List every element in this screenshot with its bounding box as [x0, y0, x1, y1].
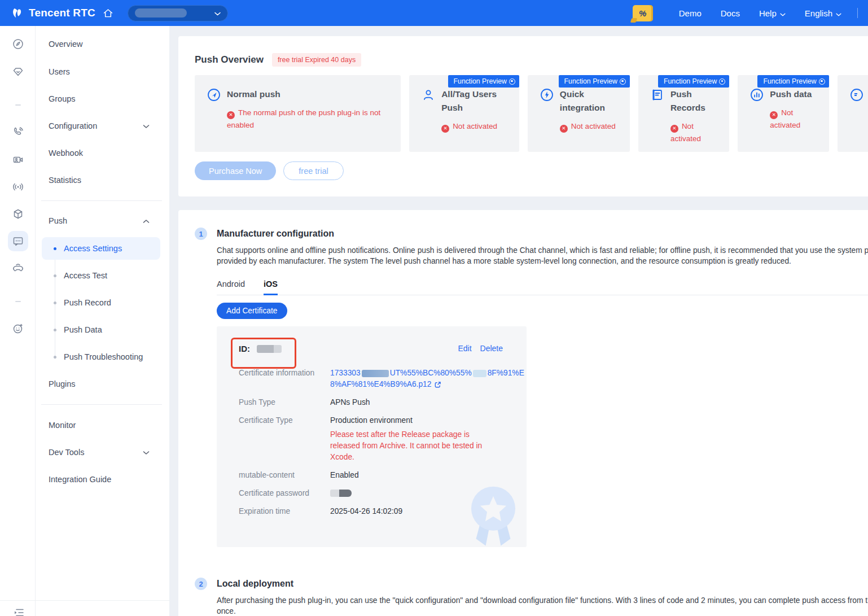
tab-android[interactable]: Android: [217, 279, 245, 295]
nav-help[interactable]: Help: [759, 8, 786, 18]
sidebar-item-statistics[interactable]: Statistics: [36, 171, 169, 189]
certificate-type-row: Certificate Type Production environment …: [239, 415, 503, 463]
rail-footer-divider: [0, 600, 169, 601]
free-trial-button[interactable]: free trial: [283, 161, 343, 180]
circle-icon: [850, 88, 863, 102]
push-type-row: Push Type APNs Push: [239, 397, 503, 408]
cube-icon[interactable]: [11, 207, 25, 221]
ribbon-label: Function Preview: [664, 77, 717, 85]
error-icon: ✕: [227, 111, 235, 119]
redacted-app-name: [135, 8, 187, 18]
sidebar-item-users[interactable]: Users: [36, 63, 169, 81]
video-call-icon[interactable]: [11, 152, 25, 167]
sidebar-item-access-settings[interactable]: Access Settings: [36, 239, 169, 257]
certificate-file-link[interactable]: 1733303 UT%55%BC%80%55% 8F%91%E 8%AF%81%…: [330, 368, 524, 390]
main-content: Push Overview free trial Expired 40 days…: [169, 26, 868, 616]
certificate-medal-watermark: [459, 478, 528, 547]
bullet-icon: [54, 302, 56, 304]
feature-card-partial: [838, 75, 868, 152]
home-icon[interactable]: [102, 7, 114, 19]
sidebar-item-push[interactable]: Push: [36, 212, 169, 230]
sidebar-item-groups[interactable]: Groups: [36, 90, 169, 108]
step-description: Chat supports online and offline push no…: [217, 245, 868, 267]
sidebar-item-label: Users: [49, 67, 70, 76]
nav-docs[interactable]: Docs: [721, 8, 740, 18]
nav-demo[interactable]: Demo: [679, 8, 702, 18]
feature-card-status: ✕Not activated: [670, 120, 719, 145]
feature-card-status: ✕Not activated: [560, 120, 620, 133]
chevron-down-icon: [143, 121, 150, 130]
sidebar-item-label: Integration Guide: [49, 475, 111, 484]
feature-card-status: ✕The normal push of the push plug-in is …: [227, 107, 391, 131]
sidebar-item-overview[interactable]: Overview: [36, 35, 169, 53]
tab-ios[interactable]: iOS: [264, 279, 278, 295]
sidebar-item-label: Push Troubleshooting: [64, 352, 143, 361]
sidebar-item-label: Configuration: [49, 121, 97, 130]
sidebar-item-label: Webhook: [49, 148, 83, 158]
sidebar-item-configuration[interactable]: Configuration: [36, 117, 169, 135]
ribbon-label: Function Preview: [763, 77, 816, 85]
sidebar-divider: [41, 404, 162, 405]
function-preview-ribbon[interactable]: Function Preview: [757, 75, 828, 88]
row-label: Certificate information: [239, 368, 330, 390]
sidebar-item-push-troubleshooting[interactable]: Push Troubleshooting: [36, 348, 169, 366]
gamepad-icon[interactable]: [11, 261, 25, 276]
purchase-now-button[interactable]: Purchase Now: [195, 161, 276, 180]
function-preview-ribbon[interactable]: Function Preview: [448, 75, 519, 88]
status-text: Not activated: [571, 122, 616, 130]
function-preview-ribbon[interactable]: Function Preview: [559, 75, 630, 88]
bullet-icon: [54, 356, 56, 359]
discount-coupon-icon[interactable]: %: [633, 5, 653, 21]
step-number: 1: [195, 228, 207, 240]
chevron-down-icon: [143, 448, 150, 457]
row-label: Expiration time: [239, 506, 330, 517]
sidebar-item-label: Push: [49, 216, 67, 225]
certificate-warning-note: Please test after the Release package is…: [330, 429, 497, 463]
sidebar-item-webhook[interactable]: Webhook: [36, 144, 169, 162]
nav-language-label: English: [805, 8, 832, 18]
feature-card-all-tag-users: Function Preview All/Tag Users Push ✕Not…: [409, 75, 519, 152]
collapse-sidebar-icon[interactable]: [12, 605, 27, 616]
sidebar-item-monitor[interactable]: Monitor: [36, 416, 169, 434]
external-link-icon[interactable]: [434, 381, 441, 388]
sidebar-item-label: Dev Tools: [49, 448, 84, 457]
sidebar-item-label: Monitor: [49, 421, 76, 430]
certificate-info-row: Certificate information 1733303 UT%55%BC…: [239, 368, 503, 390]
push-overview-card: Push Overview free trial Expired 40 days…: [178, 36, 868, 196]
configuration-card: 1 Manufacturer configuration Chat suppor…: [178, 210, 868, 616]
sidebar-item-integration-guide[interactable]: Integration Guide: [36, 470, 169, 488]
sidebar-item-plugins[interactable]: Plugins: [36, 375, 169, 393]
app-selector-dropdown[interactable]: [128, 5, 228, 21]
redacted-password: [330, 488, 352, 499]
feature-card-title: Push data: [770, 88, 818, 101]
live-broadcast-icon[interactable]: [11, 180, 25, 194]
nav-help-label: Help: [759, 8, 777, 18]
sidebar-item-push-data[interactable]: Push Data: [36, 321, 169, 339]
call-icon[interactable]: [11, 125, 25, 139]
compass-icon[interactable]: [11, 37, 25, 51]
bullet-icon: [54, 274, 56, 277]
add-certificate-button[interactable]: Add Certificate: [217, 303, 287, 319]
redacted-blur: [473, 370, 486, 377]
users-icon: [422, 88, 435, 102]
chat-icon-active[interactable]: [8, 231, 28, 251]
records-icon: [651, 88, 664, 102]
gem-icon[interactable]: [11, 64, 25, 79]
nav-language[interactable]: English: [805, 8, 841, 18]
edit-link[interactable]: Edit: [458, 344, 471, 353]
description-line: once.: [217, 606, 868, 616]
brand: Tencent RTC: [10, 6, 114, 20]
row-value: Enabled: [330, 470, 359, 481]
sidebar-item-access-test[interactable]: Access Test: [36, 267, 169, 285]
redacted-certificate-id: [257, 345, 274, 353]
delete-link[interactable]: Delete: [480, 344, 503, 353]
status-text: Not activated: [453, 122, 497, 130]
step-number: 2: [195, 578, 207, 590]
topbar: Tencent RTC % Demo Docs Help English: [0, 0, 868, 26]
sidebar-item-dev-tools[interactable]: Dev Tools: [36, 443, 169, 461]
function-preview-ribbon[interactable]: Function Preview: [658, 75, 729, 88]
topbar-divider: [857, 8, 858, 18]
smiley-icon[interactable]: [11, 321, 25, 336]
feature-card-title: Quick integration: [560, 88, 620, 115]
sidebar-item-push-record[interactable]: Push Record: [36, 294, 169, 312]
